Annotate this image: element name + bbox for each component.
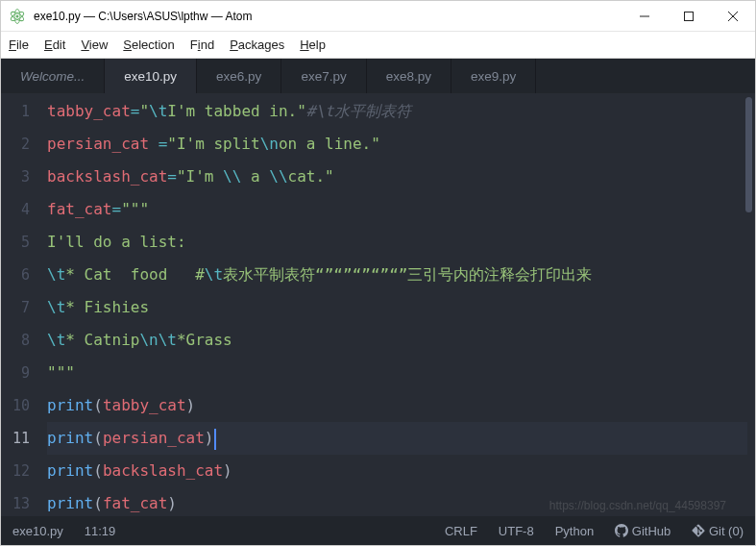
window-title: exe10.py — C:\Users\ASUS\lpthw — Atom: [34, 10, 622, 23]
tab-exe6[interactable]: exe6.py: [197, 59, 281, 93]
line-number: 6: [12, 259, 30, 291]
atom-app-icon: [9, 8, 26, 25]
menu-find[interactable]: Find: [190, 37, 214, 52]
status-github[interactable]: GitHub: [615, 524, 671, 538]
status-language[interactable]: Python: [555, 524, 594, 538]
code-line[interactable]: \t* Catnip\n\t*Grass: [47, 324, 747, 357]
code-line[interactable]: """: [47, 357, 747, 389]
menu-packages[interactable]: Packages: [230, 37, 284, 52]
tabbar: Welcome... exe10.py exe6.py exe7.py exe8…: [1, 59, 755, 93]
vertical-scrollbar[interactable]: [745, 97, 752, 212]
statusbar: exe10.py 11:19 CRLF UTF-8 Python GitHub …: [1, 516, 755, 545]
tab-exe9[interactable]: exe9.py: [451, 59, 536, 93]
tab-exe10[interactable]: exe10.py: [105, 59, 197, 93]
code-line[interactable]: print(tabby_cat): [47, 389, 747, 422]
code-line[interactable]: tabby_cat="\tI'm tabbed in."#\t水平制表符: [47, 95, 747, 128]
line-gutter: 12345678910111213: [1, 93, 47, 516]
code-line[interactable]: I'll do a list:: [47, 226, 747, 259]
status-eol[interactable]: CRLF: [445, 524, 477, 538]
menu-edit[interactable]: Edit: [44, 37, 65, 52]
line-number: 4: [12, 193, 30, 226]
code-line[interactable]: persian_cat ="I'm split\non a line.": [47, 128, 747, 161]
tab-welcome[interactable]: Welcome...: [1, 59, 105, 93]
code-editor[interactable]: 12345678910111213 tabby_cat="\tI'm tabbe…: [1, 93, 755, 516]
window-controls: [622, 1, 755, 31]
line-number: 8: [12, 324, 30, 357]
tab-exe7[interactable]: exe7.py: [281, 59, 366, 93]
line-number: 9: [12, 357, 30, 389]
code-line[interactable]: print(persian_cat): [47, 422, 747, 455]
close-button[interactable]: [711, 1, 755, 31]
menu-help[interactable]: Help: [300, 37, 326, 52]
code-area[interactable]: tabby_cat="\tI'm tabbed in."#\t水平制表符pers…: [47, 93, 755, 516]
code-line[interactable]: print(fat_cat): [47, 487, 747, 516]
line-number: 12: [12, 455, 30, 487]
svg-rect-5: [685, 12, 694, 20]
status-cursor-pos[interactable]: 11:19: [85, 524, 116, 538]
tab-exe8[interactable]: exe8.py: [367, 59, 451, 93]
svg-point-0: [16, 14, 19, 17]
minimize-button[interactable]: [622, 1, 667, 31]
line-number: 3: [12, 161, 30, 193]
line-number: 1: [12, 95, 30, 128]
maximize-button[interactable]: [667, 1, 711, 31]
menu-selection[interactable]: Selection: [123, 37, 174, 52]
line-number: 13: [12, 487, 30, 520]
line-number: 7: [12, 291, 30, 324]
line-number: 2: [12, 128, 30, 161]
code-line[interactable]: print(backslash_cat): [47, 455, 747, 487]
menu-file[interactable]: File: [9, 37, 29, 52]
status-encoding[interactable]: UTF-8: [499, 524, 534, 538]
line-number: 5: [12, 226, 30, 259]
code-line[interactable]: backslash_cat="I'm \\ a \\cat.": [47, 161, 747, 193]
code-line[interactable]: fat_cat=""": [47, 193, 747, 226]
menu-view[interactable]: View: [81, 37, 108, 52]
status-git[interactable]: Git (0): [692, 524, 744, 538]
menubar: File Edit View Selection Find Packages H…: [1, 32, 755, 59]
titlebar: exe10.py — C:\Users\ASUS\lpthw — Atom: [1, 1, 755, 32]
code-line[interactable]: \t* Cat food #\t表水平制表符“”“”“”“”“”三引号内的注释会…: [47, 259, 747, 291]
line-number: 11: [12, 422, 30, 455]
code-line[interactable]: \t* Fishies: [47, 291, 747, 324]
line-number: 10: [12, 389, 30, 422]
status-file[interactable]: exe10.py: [12, 524, 63, 538]
text-cursor: [214, 429, 216, 450]
